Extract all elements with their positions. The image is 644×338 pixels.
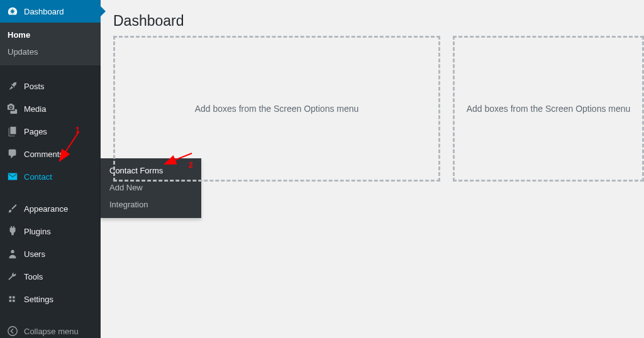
dashboard-submenu: Home Updates <box>0 23 101 65</box>
submenu-item-updates[interactable]: Updates <box>0 43 101 60</box>
sidebar-item-dashboard[interactable]: Dashboard <box>0 0 101 23</box>
submenu-item-home[interactable]: Home <box>0 26 101 43</box>
dropzone-placeholder-text: Add boxes from the Screen Options menu <box>467 104 631 114</box>
sidebar-item-users[interactable]: Users <box>0 243 101 265</box>
sidebar-item-plugins[interactable]: Plugins <box>0 220 101 243</box>
collapse-icon <box>6 325 19 337</box>
sidebar-item-settings[interactable]: Settings <box>0 288 101 310</box>
brush-icon <box>6 202 19 215</box>
pages-icon <box>6 125 19 138</box>
sidebar-item-label: Settings <box>24 295 53 304</box>
menu-separator <box>0 313 101 317</box>
admin-sidebar: Dashboard Home Updates Posts Media Pages… <box>0 0 101 338</box>
sidebar-item-label: Comments <box>24 150 64 159</box>
email-icon <box>6 170 19 183</box>
comments-icon <box>6 148 19 160</box>
svg-point-0 <box>8 327 17 335</box>
sidebar-item-tools[interactable]: Tools <box>0 265 101 288</box>
sidebar-item-contact[interactable]: Contact <box>0 165 101 188</box>
sidebar-item-label: Dashboard <box>24 7 64 16</box>
dashboard-widgets-wrap: Add boxes from the Screen Options menu A… <box>113 36 644 182</box>
sidebar-item-label: Appearance <box>24 204 68 214</box>
flyout-item-integration[interactable]: Integration <box>101 196 201 213</box>
sidebar-item-label: Tools <box>24 272 43 281</box>
dashboard-icon <box>6 5 19 18</box>
flyout-item-add-new[interactable]: Add New <box>101 179 201 196</box>
sidebar-item-media[interactable]: Media <box>0 97 101 120</box>
sidebar-item-posts[interactable]: Posts <box>0 75 101 97</box>
pushpin-icon <box>6 80 19 92</box>
collapse-label: Collapse menu <box>24 327 79 336</box>
dropzone-placeholder-text: Add boxes from the Screen Options menu <box>195 104 359 114</box>
sidebar-item-comments[interactable]: Comments <box>0 143 101 165</box>
sidebar-item-label: Media <box>24 104 46 114</box>
plugin-icon <box>6 225 19 237</box>
dashboard-widget-dropzone-2[interactable]: Add boxes from the Screen Options menu <box>453 36 644 182</box>
sidebar-item-label: Contact <box>24 172 52 182</box>
sidebar-item-label: Users <box>24 249 45 259</box>
sidebar-item-pages[interactable]: Pages <box>0 120 101 143</box>
menu-separator <box>0 68 101 72</box>
dashboard-widget-dropzone-1[interactable]: Add boxes from the Screen Options menu <box>113 36 440 182</box>
sidebar-item-appearance[interactable]: Appearance <box>0 197 101 220</box>
page-title: Dashboard <box>113 13 644 30</box>
users-icon <box>6 248 19 260</box>
sidebar-item-label: Pages <box>24 127 47 136</box>
sidebar-item-label: Plugins <box>24 227 51 236</box>
sidebar-item-label: Posts <box>24 82 45 91</box>
main-content: Dashboard Add boxes from the Screen Opti… <box>113 0 644 182</box>
media-icon <box>6 102 19 115</box>
settings-icon <box>6 293 19 305</box>
menu-separator <box>0 191 101 194</box>
collapse-menu-button[interactable]: Collapse menu <box>0 320 101 338</box>
tools-icon <box>6 270 19 283</box>
